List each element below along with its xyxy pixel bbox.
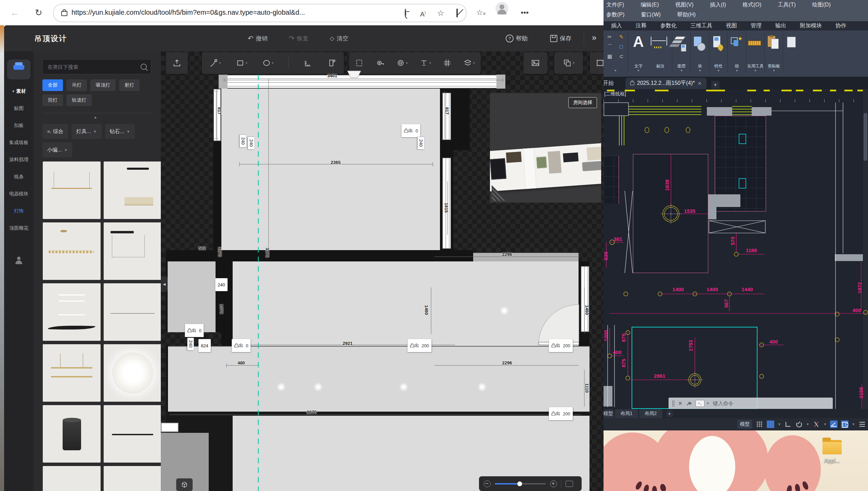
- room-select-button[interactable]: 房间选择: [568, 97, 597, 108]
- menu-文件(F)[interactable]: 文件(F): [606, 1, 624, 9]
- snap-mode-icon[interactable]: [767, 421, 774, 428]
- brand-dropdown[interactable]: 灯具...▼: [72, 124, 101, 139]
- desktop-folder-icon[interactable]: [822, 440, 842, 454]
- menu-窗口(W)[interactable]: 窗口(W): [641, 11, 661, 18]
- customize-wrench-icon[interactable]: [686, 400, 692, 406]
- text-button[interactable]: A 文字 ▼: [628, 30, 649, 77]
- polar-tracking-icon[interactable]: [795, 421, 803, 428]
- collections-blocked-icon[interactable]: [453, 9, 462, 17]
- favorite-star-icon[interactable]: ☆: [436, 9, 445, 17]
- command-prompt-icon[interactable]: >_: [696, 400, 704, 407]
- folder-label[interactable]: Appl...: [811, 458, 853, 464]
- product-thumb[interactable]: [104, 344, 161, 402]
- filter-chip-吸顶灯[interactable]: 吸顶灯: [90, 79, 116, 91]
- style-dropdown[interactable]: 钻石...▼: [105, 124, 135, 139]
- sidebar-item-扣板[interactable]: 扣板: [4, 117, 34, 134]
- filter-chip-吊灯[interactable]: 吊灯: [66, 79, 87, 91]
- fillet-icon[interactable]: ⌒: [607, 43, 612, 50]
- product-thumb[interactable]: [43, 344, 101, 402]
- product-thumb[interactable]: [104, 405, 161, 463]
- menu-格式(O)[interactable]: 格式(O): [742, 1, 761, 9]
- extrude-chip[interactable]: 凸出200: [407, 339, 431, 352]
- ribbon-tab-输出[interactable]: 输出: [775, 22, 786, 29]
- layout-tab-模型[interactable]: 模型: [604, 409, 614, 418]
- sidebar-item-素材[interactable]: ▼素材: [4, 83, 34, 100]
- ribbon-tab-参数化[interactable]: 参数化: [660, 22, 677, 29]
- object-snap-tracking-icon[interactable]: [830, 421, 838, 428]
- address-bar[interactable]: https://yun.kujiale.com/cloud/tool/h5/bi…: [53, 4, 467, 22]
- ribbon-tab-插入[interactable]: 插入: [611, 22, 622, 29]
- utilities-panel-button[interactable]: 实用工具▼: [747, 30, 764, 77]
- grid-display-icon[interactable]: [756, 421, 763, 428]
- read-aloud-icon[interactable]: A): [418, 9, 427, 17]
- extrude-chip[interactable]: 240: [187, 338, 194, 350]
- menu-视图(V)[interactable]: 视图(V): [675, 1, 694, 9]
- back-icon[interactable]: ←: [10, 8, 19, 18]
- search-box[interactable]: [42, 59, 151, 74]
- command-close-icon[interactable]: ✕: [678, 400, 683, 406]
- clear-button[interactable]: ◇清空: [330, 33, 348, 44]
- zoom-out-icon[interactable]: [401, 9, 410, 17]
- sidebar-item-涂料肌理[interactable]: 涂料肌理: [4, 151, 34, 168]
- layout-tab-布局1[interactable]: 布局1: [615, 409, 638, 418]
- menu-参数(P)[interactable]: 参数(P): [606, 11, 624, 18]
- extrude-chip[interactable]: 凸出200: [549, 339, 573, 352]
- product-thumb[interactable]: [43, 222, 101, 280]
- filter-chip-轨道灯[interactable]: 轨道灯: [66, 94, 92, 106]
- new-tab-button[interactable]: +: [711, 81, 720, 89]
- box-icon[interactable]: ◻: [619, 43, 623, 50]
- command-placeholder[interactable]: 键入命令: [713, 400, 734, 407]
- extrude-chip[interactable]: 凸出0: [232, 339, 250, 352]
- drawing-file-tab[interactable]: 2025.12.2...雨150平(4)* ✕: [625, 78, 707, 89]
- sidebar-item-灯饰[interactable]: 灯饰: [4, 203, 34, 220]
- redo-button[interactable]: ↷恢复: [289, 33, 309, 44]
- sidebar-item-线条[interactable]: 线条: [4, 168, 34, 185]
- offset-icon[interactable]: ⊂: [619, 53, 624, 60]
- clipboard-panel-button[interactable]: 剪贴板▼: [765, 30, 783, 77]
- sidebar-item-电器模块[interactable]: 电器模块: [4, 185, 34, 203]
- sidebar-item-贴图[interactable]: 贴图: [4, 100, 34, 117]
- cad-drawing-area[interactable]: [二维线框]: [604, 89, 868, 409]
- viewport-style-label[interactable]: [二维线框]: [604, 91, 626, 97]
- model-space-button[interactable]: 模型: [737, 420, 752, 429]
- user-icon[interactable]: [15, 257, 23, 265]
- extrude-chip[interactable]: 凸出200: [549, 407, 573, 420]
- isodraft-icon[interactable]: [813, 421, 820, 428]
- customization-menu-icon[interactable]: [858, 421, 866, 428]
- properties-panel-button[interactable]: 特性▼: [710, 30, 727, 77]
- product-thumb[interactable]: [104, 161, 161, 219]
- ribbon-tab-三维工具[interactable]: 三维工具: [690, 22, 712, 29]
- group-panel-button[interactable]: ★ 组▼: [728, 30, 746, 77]
- menu-工具(T)[interactable]: 工具(T): [778, 1, 795, 9]
- product-thumb[interactable]: [104, 466, 161, 491]
- search-icon[interactable]: [141, 64, 147, 70]
- undo-button[interactable]: ↶撤销: [248, 33, 268, 44]
- ribbon-tab-附加模块[interactable]: 附加模块: [800, 22, 822, 29]
- start-tab[interactable]: 开始: [604, 78, 614, 89]
- more-menu-icon[interactable]: •••: [521, 8, 529, 17]
- extrude-chip[interactable]: 240: [240, 135, 246, 147]
- menu-编辑(E)[interactable]: 编辑(E): [640, 1, 659, 9]
- collapse-filters-icon[interactable]: ▲: [94, 115, 97, 119]
- search-input[interactable]: [47, 64, 141, 70]
- product-thumb[interactable]: [43, 405, 101, 463]
- filter-chip-射灯[interactable]: 射灯: [119, 79, 140, 91]
- extrude-chip[interactable]: 240: [215, 278, 228, 291]
- save-button[interactable]: 保存: [550, 33, 571, 44]
- ribbon-tab-注释[interactable]: 注释: [636, 22, 647, 29]
- product-thumb[interactable]: [104, 283, 161, 341]
- array-icon[interactable]: ▦: [607, 53, 612, 60]
- extrude-chip[interactable]: 240: [248, 137, 255, 149]
- editor-pick-dropdown[interactable]: 小编...▼: [42, 142, 72, 157]
- erase-icon[interactable]: ✎: [619, 34, 624, 40]
- ribbon-tab-管理[interactable]: 管理: [751, 22, 762, 29]
- filter-chip-全部[interactable]: 全部: [42, 79, 63, 91]
- help-button[interactable]: ?帮助: [506, 33, 528, 44]
- floorplan-canvas[interactable]: 3401817817凸出0240240240236518155623275327…: [161, 51, 604, 491]
- layout-tab-布局2[interactable]: 布局2: [639, 409, 662, 418]
- sidebar-item-顶面雕花[interactable]: 顶面雕花: [4, 220, 34, 237]
- object-snap-icon[interactable]: [841, 421, 848, 428]
- product-thumb[interactable]: [43, 283, 101, 341]
- menu-帮助(H)[interactable]: 帮助(H): [677, 11, 696, 18]
- new-layout-button[interactable]: +: [666, 410, 673, 417]
